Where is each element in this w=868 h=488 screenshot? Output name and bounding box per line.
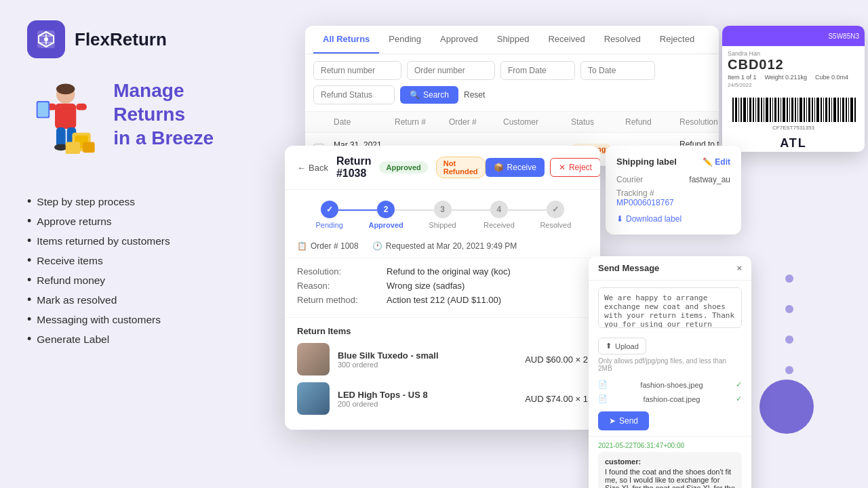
svg-rect-23 (749, 98, 751, 122)
svg-rect-6 (76, 104, 87, 110)
label-sender: Sandra Han (728, 50, 859, 57)
detail-modal: ← Back Return #1038 Approved Not Refunde… (285, 146, 600, 430)
svg-rect-60 (854, 98, 856, 122)
check-icon-0: ✓ (736, 380, 742, 389)
tab-shipped[interactable]: Shipped (488, 26, 539, 54)
svg-rect-15 (66, 142, 80, 155)
feature-item-8: Generate Label (27, 329, 258, 349)
reject-icon: ✕ (559, 163, 566, 172)
label-top: S5W85N3 (722, 26, 865, 46)
step-line-4 (508, 209, 547, 211)
step-label-received: Received (484, 221, 515, 229)
msg-header: Send Message × (589, 256, 751, 281)
upload-button[interactable]: ⬆ Upload (598, 338, 646, 354)
message-textarea[interactable]: We are happy to arrange exchange new coa… (598, 287, 742, 328)
from-date-input[interactable] (500, 61, 575, 80)
tab-received[interactable]: Received (538, 26, 594, 54)
svg-rect-48 (821, 98, 822, 122)
tab-all-returns[interactable]: All Returns (313, 26, 379, 54)
hero-illustration (27, 79, 106, 177)
svg-rect-8 (38, 102, 49, 117)
order-number-input[interactable] (407, 61, 495, 80)
svg-rect-30 (770, 98, 771, 122)
receive-icon: 📦 (494, 163, 504, 172)
return-method-label: Return method: (297, 295, 378, 305)
svg-point-1 (44, 37, 48, 41)
tracking-number[interactable]: MP0006018767 (616, 198, 730, 207)
logo-area: FlexReturn (27, 20, 258, 58)
svg-rect-53 (833, 98, 836, 122)
svg-rect-38 (791, 98, 793, 122)
modal-header-left: ← Back Return #1038 Approved Not Refunde… (297, 155, 486, 180)
svg-rect-16 (83, 142, 95, 153)
back-button[interactable]: ← Back (297, 163, 328, 173)
search-button[interactable]: 🔍 Search (400, 86, 458, 104)
item-qty-1: 200 ordered (338, 400, 517, 408)
dot-3 (785, 336, 793, 344)
table-header: Date Return # Order # Customer Status Re… (305, 112, 719, 133)
tab-approved[interactable]: Approved (431, 26, 488, 54)
col-return: Return # (395, 117, 449, 127)
feature-item-3: Items returned by customers (27, 231, 258, 251)
close-icon[interactable]: × (736, 263, 742, 273)
file-icon-0: 📄 (598, 380, 608, 389)
svg-rect-29 (766, 98, 768, 122)
col-checkbox (313, 117, 334, 127)
return-items-title: Return Items (297, 326, 588, 336)
download-label-link[interactable]: ⬇ Download label (616, 214, 730, 224)
step-label-approved: Approved (368, 221, 403, 229)
svg-rect-27 (761, 98, 762, 122)
svg-rect-41 (800, 98, 802, 122)
svg-rect-57 (846, 98, 847, 122)
requested-at-info: 🕐 Requested at Mar 20, 2021 9:49 PM (372, 241, 517, 251)
resolution-label: Resolution: (297, 266, 378, 277)
msg-title: Send Message (598, 263, 659, 273)
send-button[interactable]: ➤ Send (598, 411, 649, 430)
svg-rect-4 (55, 104, 76, 129)
file-row-1: 📄 fashion-coat.jpeg ✓ (589, 392, 751, 406)
reset-button[interactable]: Reset (464, 90, 485, 100)
item-name-1: LED High Tops - US 8 (338, 390, 517, 400)
label-meta: Item 1 of 1 Weight 0.211kg Cube 0.0m4 (728, 74, 859, 81)
refund-status-input[interactable] (313, 85, 395, 104)
svg-rect-52 (831, 98, 832, 122)
reason-label: Reason: (297, 281, 378, 291)
tab-resolved[interactable]: Resolved (595, 26, 650, 54)
logo-icon (27, 20, 65, 58)
step-circle-shipped: 3 (434, 201, 452, 218)
search-bar: 🔍 Search Reset (305, 54, 719, 112)
receive-button[interactable]: 📦 Receive (486, 158, 545, 177)
step-circle-pending: ✓ (321, 201, 338, 218)
app-title: FlexReturn (75, 29, 167, 50)
return-method-value: Action test 212 (AUD $11.00) (387, 295, 501, 305)
svg-rect-46 (814, 98, 815, 122)
reject-button[interactable]: ✕ Reject (550, 158, 600, 177)
svg-rect-42 (804, 98, 805, 122)
step-circle-approved: 2 (377, 201, 395, 218)
svg-rect-59 (850, 98, 853, 122)
send-icon: ➤ (609, 416, 616, 426)
svg-rect-20 (741, 98, 742, 122)
tab-pending[interactable]: Pending (379, 26, 431, 54)
detail-row-method: Return method: Action test 212 (AUD $11.… (297, 295, 588, 305)
step-label-pending: Pending (316, 221, 343, 229)
svg-rect-40 (797, 98, 798, 122)
col-order: Order # (449, 117, 503, 127)
big-dot (760, 380, 814, 434)
return-number-input[interactable] (313, 61, 401, 80)
dot-2 (785, 305, 793, 313)
to-date-input[interactable] (580, 61, 655, 80)
left-panel: FlexReturn M (0, 0, 285, 488)
clock-icon: 🕐 (372, 241, 382, 251)
edit-label-link[interactable]: ✏️ Edit (703, 157, 730, 167)
tab-rejected[interactable]: Rejected (650, 26, 704, 54)
svg-rect-24 (753, 98, 754, 122)
step-shipped: 3 Shipped (414, 201, 471, 229)
svg-rect-55 (840, 98, 841, 122)
svg-point-3 (56, 84, 75, 95)
col-status: Status (571, 117, 625, 127)
step-label-shipped: Shipped (429, 221, 456, 229)
svg-rect-50 (825, 98, 827, 122)
svg-rect-25 (755, 98, 756, 122)
detail-row-reason: Reason: Wrong size (sadfas) (297, 281, 588, 291)
